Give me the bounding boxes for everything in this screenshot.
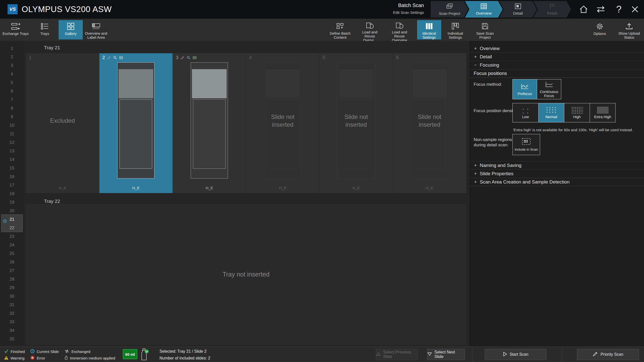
step-scan-project[interactable]: Scan Project xyxy=(431,1,468,18)
slide-slot-3[interactable]: 3 H_E xyxy=(173,53,246,193)
tray-rail-item-10[interactable]: 10 xyxy=(0,121,24,130)
tray-rail-item-19[interactable]: 19 xyxy=(0,198,24,207)
slide-scan-area xyxy=(193,99,226,169)
select-previous-slide-button[interactable]: Select Previous Slide xyxy=(376,349,418,360)
load-reuse-overvi-button[interactable]: Load and Reuse Overvi... xyxy=(358,20,382,39)
section-focusing[interactable]: − Focusing xyxy=(470,61,644,69)
gallery-button[interactable]: Gallery xyxy=(59,20,83,39)
tray-rail-item-8[interactable]: 8 xyxy=(0,104,24,113)
slot-status-text: Slide not inserted xyxy=(337,113,375,128)
annotate-pen-icon[interactable] xyxy=(107,56,111,60)
tray-rail-item-4[interactable]: 4 xyxy=(0,70,24,78)
tray-rail-item-24[interactable]: 24 xyxy=(0,241,24,249)
tray-rail-item-3[interactable]: 3 xyxy=(0,61,24,70)
density-high-button[interactable]: High xyxy=(564,103,590,122)
legend-finished: Finished xyxy=(4,349,25,354)
tray-number: 10 xyxy=(10,123,14,128)
prefocus-button[interactable]: Prefocus xyxy=(513,79,537,99)
tray-rail-item-23[interactable]: 23 xyxy=(0,232,24,241)
label-icon[interactable] xyxy=(193,56,196,60)
home-icon[interactable] xyxy=(578,4,590,15)
close-icon[interactable] xyxy=(629,4,641,15)
tray-rail-item-7[interactable]: 7 xyxy=(0,96,24,104)
label-icon[interactable] xyxy=(119,56,123,60)
tray-rail-item-20[interactable]: 20 xyxy=(0,207,24,215)
tray-rail-item-5[interactable]: 5 xyxy=(0,78,24,87)
legend-current-slide: Current Slide xyxy=(30,349,59,354)
continuous-focus-button[interactable]: Continuous Focus xyxy=(537,79,561,99)
help-icon[interactable]: ? xyxy=(613,4,625,15)
identical-settings-button[interactable]: Identical Settings xyxy=(417,20,441,39)
selected-slide-info: Selected: Tray 21 / Slide 2 xyxy=(159,349,207,354)
tray-rail-item-21[interactable]: 21 xyxy=(0,215,24,224)
exchange-mode-icon[interactable] xyxy=(595,4,607,15)
density-normal-button[interactable]: Normal xyxy=(538,103,564,122)
tray-rail-item-30[interactable]: 30 xyxy=(0,292,24,301)
tray-rail-item-11[interactable]: 11 xyxy=(0,130,24,138)
slide-slot-4[interactable]: 4 Slide not inserted H_E xyxy=(246,53,319,193)
density-extra-high-icon xyxy=(597,107,609,114)
tray-rail-item-9[interactable]: 9 xyxy=(0,113,24,121)
tray-rail-item-16[interactable]: 16 xyxy=(0,172,24,181)
slide-slot-5[interactable]: 5 Slide not inserted H_E xyxy=(319,53,393,193)
tray-rail-item-18[interactable]: 18 xyxy=(0,190,24,198)
application-window: VS OLYMPUS VS200 ASW Batch Scan Edit Sca… xyxy=(0,0,644,362)
tray-number: 30 xyxy=(10,294,14,299)
section-naming-and-saving[interactable]: + Naming and Saving xyxy=(470,161,644,169)
overview-and-label-area-button[interactable]: Overview and Label Area xyxy=(83,20,109,39)
density-low-button[interactable]: Low xyxy=(513,103,538,122)
tray-number: 2 xyxy=(11,55,13,59)
define-batch-content-button[interactable]: Define Batch Content xyxy=(328,20,352,39)
tray-rail-item-15[interactable]: 15 xyxy=(0,164,24,172)
section-overview[interactable]: + Overview xyxy=(470,44,644,53)
section-detail[interactable]: + Detail xyxy=(470,53,644,61)
tray-rail-item-14[interactable]: 14 xyxy=(0,155,24,164)
tray-rail-item-6[interactable]: 6 xyxy=(0,87,24,96)
priority-scan-button[interactable]: Priority Scan xyxy=(577,349,639,360)
button-label: Load and Reuse Overvi... xyxy=(358,30,382,42)
density-extra-high-button[interactable]: Extra High xyxy=(590,103,615,122)
tray-rail-item-34[interactable]: 34 xyxy=(0,326,24,335)
slide-slot-6[interactable]: 6 Slide not inserted H_E xyxy=(393,53,466,193)
slide-slot-2[interactable]: 2 H_E xyxy=(99,53,173,193)
slot-number: 5 xyxy=(323,55,325,60)
exchange-trays-button[interactable]: Exchange Trays xyxy=(3,20,29,39)
load-reuse-overview-button[interactable]: Load and Reuse Overview xyxy=(387,20,412,39)
expand-icon: + xyxy=(474,179,477,185)
tray-rail-item-33[interactable]: 33 xyxy=(0,318,24,326)
tray-rail-item-13[interactable]: 13 xyxy=(0,147,24,155)
slide-thumbnail[interactable] xyxy=(117,62,154,178)
tray-rail-item-22[interactable]: 22 xyxy=(0,224,24,232)
section-scan-area-creation[interactable]: + Scan Area Creation and Sample Detectio… xyxy=(470,178,644,186)
tray-rail-item-32[interactable]: 32 xyxy=(0,309,24,318)
slide-slot-1[interactable]: 1 Excluded H_E xyxy=(26,53,99,193)
tray-rail-item-27[interactable]: 27 xyxy=(0,266,24,275)
tray-rail-item-25[interactable]: 25 xyxy=(0,249,24,258)
stain-label: H_E xyxy=(319,186,393,190)
tray-rail-item-26[interactable]: 26 xyxy=(0,258,24,266)
magnifier-icon[interactable] xyxy=(187,56,190,60)
save-scan-project-button[interactable]: Save Scan Project xyxy=(473,20,497,39)
tray-rail-item-12[interactable]: 12 xyxy=(0,138,24,147)
select-next-slide-button[interactable]: Select Next Slide xyxy=(427,349,465,360)
options-button[interactable]: Options xyxy=(588,20,612,39)
trays-button[interactable]: Trays xyxy=(33,20,57,39)
tray-rail-item-1[interactable]: 1 xyxy=(0,44,24,53)
show-upload-status-button[interactable]: Show Upload Status xyxy=(616,20,642,39)
magnifier-icon[interactable] xyxy=(113,56,117,60)
tray-rail-item-17[interactable]: 17 xyxy=(0,181,24,190)
tray-rail-item-28[interactable]: 28 xyxy=(0,275,24,284)
step-overview[interactable]: Overview xyxy=(465,1,503,18)
slide-thumbnail[interactable] xyxy=(191,62,228,178)
tray-rail-item-29[interactable]: 29 xyxy=(0,284,24,292)
tray-rail-item-31[interactable]: 31 xyxy=(0,301,24,309)
tray-number: 3 xyxy=(11,63,13,68)
start-scan-button[interactable]: Start Scan xyxy=(485,349,546,360)
include-in-scan-button[interactable]: Include in Scan xyxy=(513,134,540,155)
tray-rail-item-2[interactable]: 2 xyxy=(0,53,24,61)
annotate-pen-icon[interactable] xyxy=(181,56,184,60)
section-slide-properties[interactable]: + Slide Properties xyxy=(470,170,644,178)
tray-rail-item-35[interactable]: 35 xyxy=(0,335,24,343)
step-detail[interactable]: Detail xyxy=(499,1,537,18)
individual-settings-button[interactable]: Individual Settings xyxy=(443,20,467,39)
